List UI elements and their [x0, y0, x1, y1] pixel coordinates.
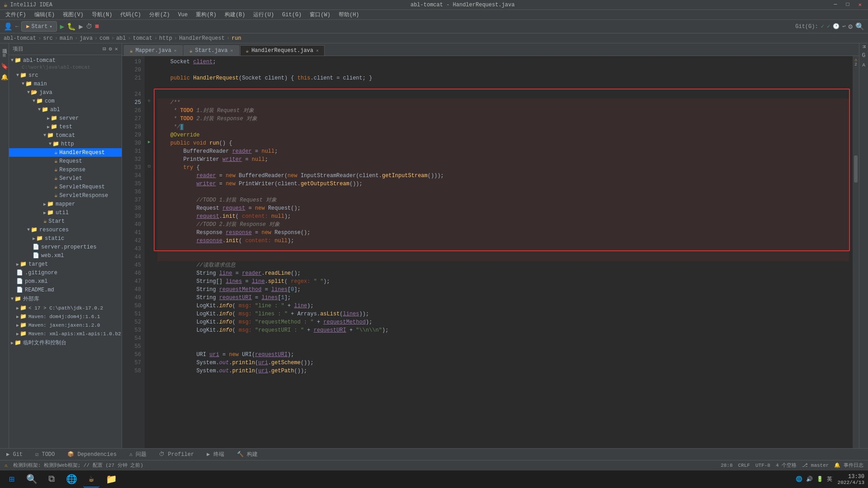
menu-build[interactable]: 构建(B) — [221, 10, 249, 19]
close-sidebar-icon[interactable]: ✕ — [115, 46, 118, 52]
tree-src[interactable]: ▼📁 src — [9, 71, 122, 80]
status-git-branch[interactable]: ⎇ master — [802, 462, 829, 468]
tree-HandlerRequest[interactable]: ☕ HandlerRequest — [9, 148, 122, 157]
breadcrumb-tomcat[interactable]: tomcat — [133, 35, 152, 42]
breadcrumb-main[interactable]: main — [60, 35, 73, 42]
tree-http[interactable]: ▼📁 http — [9, 140, 122, 148]
git-undo-icon[interactable]: ↩ — [842, 23, 845, 30]
profiler-button[interactable]: ⏱ — [86, 23, 92, 30]
tree-server-properties[interactable]: 📄 server.properties — [9, 243, 122, 251]
tree-tomcat[interactable]: ▼📁 tomcat — [9, 131, 122, 140]
run-config-dropdown[interactable]: ▶ Start ▾ — [21, 21, 57, 32]
run-coverage-button[interactable]: ▶ — [79, 22, 83, 31]
tray-lang-icon[interactable]: 英 — [827, 475, 832, 483]
tree-maven-xmlapis[interactable]: ▶📁 Maven: xml-apis:xml-apis:1.0.b2 — [9, 329, 122, 338]
tree-mapper[interactable]: ▶📁 mapper — [9, 200, 122, 208]
search-icon[interactable]: 🔍 — [855, 22, 864, 31]
settings-icon[interactable]: ⚙ — [848, 22, 853, 31]
status-position[interactable]: 28:8 — [721, 463, 732, 468]
minimize-button[interactable]: ─ — [831, 1, 840, 8]
tree-java[interactable]: ▼📂 java — [9, 88, 122, 97]
tree-ServletResponse[interactable]: ☕ ServletResponse — [9, 191, 122, 200]
tree-util[interactable]: ▶📁 util — [9, 208, 122, 217]
bottom-tab-terminal[interactable]: ▶ 终端 — [204, 450, 226, 459]
menu-git[interactable]: Git(G) — [278, 11, 305, 19]
tray-network-icon[interactable]: 🌐 — [796, 476, 802, 483]
breadcrumb-method[interactable]: run — [231, 35, 241, 42]
menu-vue[interactable]: Vue — [175, 11, 192, 19]
taskbar-intellij[interactable]: ☕ — [83, 471, 99, 488]
taskbar-start[interactable]: ⊞ — [4, 471, 20, 488]
back-icon[interactable]: ← — [15, 23, 19, 30]
structure-icon[interactable]: ≡ — [3, 52, 6, 59]
bottom-tab-git[interactable]: ▶ Git — [4, 450, 25, 459]
bottom-tab-problems[interactable]: ⚠ 问题 — [127, 450, 149, 459]
scroll-thumb[interactable] — [854, 155, 858, 183]
breadcrumb-http[interactable]: http — [159, 35, 172, 42]
tree-ServletRequest[interactable]: ☕ ServletRequest — [9, 183, 122, 191]
tree-main[interactable]: ▼📁 main — [9, 80, 122, 88]
tray-volume-icon[interactable]: 🔊 — [806, 476, 813, 483]
menu-view[interactable]: 视图(V) — [59, 10, 87, 19]
debug-button[interactable]: 🐛 — [67, 22, 76, 31]
tree-target[interactable]: ▶📁 target — [9, 260, 122, 268]
right-maven-icon[interactable]: M — [861, 45, 867, 48]
tab-hr-close[interactable]: ✕ — [316, 48, 319, 53]
menu-window[interactable]: 窗口(W) — [306, 10, 334, 19]
tab-start-close[interactable]: ✕ — [231, 48, 233, 53]
tree-maven-dom4j[interactable]: ▶📁 Maven: dom4j:dom4j:1.6.1 — [9, 312, 122, 321]
breadcrumb-abl[interactable]: abl — [116, 35, 126, 42]
breadcrumb-java[interactable]: java — [80, 35, 93, 42]
breadcrumb-class[interactable]: HandlerRequest — [179, 35, 225, 42]
tree-web-xml[interactable]: 📄 web.xml — [9, 251, 122, 260]
code-editor[interactable]: Socket client; public HandlerRequest(Soc… — [154, 56, 853, 448]
taskbar-search[interactable]: 🔍 — [24, 471, 40, 488]
bottom-tab-todo[interactable]: ☑ TODO — [33, 450, 57, 459]
menu-code[interactable]: 代码(C) — [117, 10, 145, 19]
right-ant-icon[interactable]: A — [862, 62, 865, 68]
menu-run[interactable]: 运行(U) — [250, 10, 278, 19]
menu-edit[interactable]: 编辑(E) — [31, 10, 59, 19]
taskbar-explorer[interactable]: 📁 — [103, 471, 119, 488]
tree-root[interactable]: ▼ 📁 abl-tomcat — [9, 56, 122, 65]
tree-jdk[interactable]: ▶📁 < 17 > C:\path\jdk-17.0.2 — [9, 304, 122, 312]
stop-button[interactable]: ■ — [95, 23, 99, 31]
tree-server[interactable]: ▶▶📁 server — [9, 114, 122, 122]
close-button[interactable]: ✕ — [856, 1, 864, 8]
tab-mapper-close[interactable]: ✕ — [174, 48, 177, 53]
bottom-tab-dependencies[interactable]: 📦 Dependencies — [65, 450, 119, 459]
system-clock[interactable]: 13:30 2022/4/13 — [838, 474, 864, 485]
notification-icon[interactable]: 🔔 — [1, 74, 8, 81]
tab-mapper[interactable]: ☕ Mapper.java ✕ — [124, 45, 183, 56]
breadcrumb-com[interactable]: com — [99, 35, 109, 42]
bottom-tab-profiler[interactable]: ⏱ Profiler — [156, 450, 197, 459]
git-check2-icon[interactable]: ✓ — [827, 23, 830, 30]
git-clock-icon[interactable]: 🕐 — [833, 23, 840, 30]
tab-start[interactable]: ☕ Start.java ✕ — [184, 45, 239, 56]
menu-help[interactable]: 帮助(H) — [335, 10, 363, 19]
breadcrumb-project[interactable]: abl-tomcat — [4, 35, 36, 42]
tree-test[interactable]: ▶▶📁 test — [9, 122, 122, 131]
taskbar-task-view[interactable]: ⧉ — [43, 471, 60, 488]
menu-file[interactable]: 文件(F) — [2, 10, 30, 19]
menu-analyze[interactable]: 分析(Z) — [146, 10, 174, 19]
tree-Request[interactable]: ☕ Request — [9, 157, 122, 165]
tab-handlerrequest[interactable]: ☕ HandlerRequest.java ✕ — [240, 45, 325, 56]
status-crlf[interactable]: CRLF — [738, 463, 750, 468]
run-button[interactable]: ▶ — [60, 22, 64, 31]
tree-com[interactable]: ▼📁 com — [9, 97, 122, 105]
maximize-button[interactable]: □ — [844, 1, 852, 8]
tree-Servlet[interactable]: ☕ Servlet — [9, 174, 122, 183]
taskbar-chrome[interactable]: 🌐 — [63, 471, 80, 488]
git-check-icon[interactable]: ✓ — [821, 23, 824, 30]
tree-gitignore[interactable]: 📄 .gitignore — [9, 268, 122, 277]
menu-navigate[interactable]: 导航(N) — [88, 10, 116, 19]
collapse-all-icon[interactable]: ⊟ — [103, 46, 106, 52]
tree-Response[interactable]: ☕ Response — [9, 165, 122, 174]
status-indent[interactable]: 4 个空格 — [776, 462, 797, 469]
tree-resources[interactable]: ▼📁 resources — [9, 225, 122, 234]
right-gradle-icon[interactable]: G — [862, 52, 866, 59]
bookmark-icon[interactable]: 🔖 — [1, 63, 8, 70]
status-encoding[interactable]: UTF-8 — [755, 463, 770, 468]
status-event-log[interactable]: 🔔 事件日志 — [834, 462, 863, 469]
